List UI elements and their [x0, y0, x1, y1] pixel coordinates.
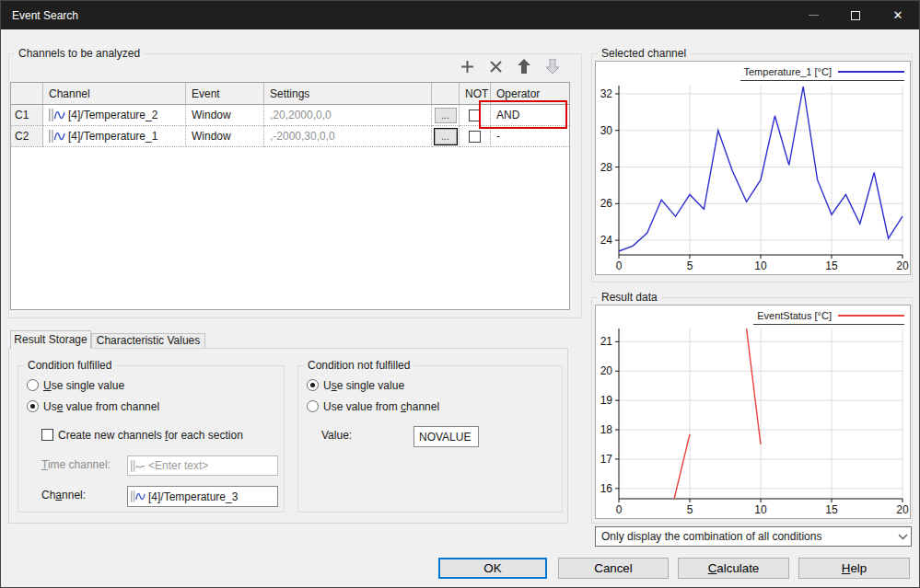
- result-data-group-label: Result data: [598, 291, 661, 304]
- svg-text:20: 20: [896, 503, 909, 516]
- condition-not-fulfilled-label: Condition not fulfilled: [304, 359, 413, 372]
- radio-label: Use value from channel: [43, 400, 159, 413]
- not-cell: [460, 105, 491, 126]
- channel-cell[interactable]: [4]/Temperature_2: [43, 105, 186, 126]
- radio-use-value-from-channel-not-fulfilled[interactable]: Use value from channel: [307, 399, 439, 413]
- svg-text:24: 24: [600, 234, 613, 247]
- legend-label: EventStatus [°C]: [757, 310, 832, 321]
- settings-cell[interactable]: ,-2000,30,0,0: [264, 126, 432, 147]
- channel-cell[interactable]: [4]/Temperature_1: [43, 126, 186, 147]
- remove-channel-button[interactable]: [487, 58, 504, 75]
- row-id-cell[interactable]: C2: [11, 126, 43, 147]
- radio-icon: [27, 379, 39, 391]
- add-channel-button[interactable]: [459, 58, 475, 75]
- cancel-button[interactable]: Cancel: [558, 558, 669, 579]
- value-field: [413, 426, 479, 447]
- radio-icon: [307, 379, 319, 391]
- window-controls: ✕: [792, 1, 919, 29]
- svg-text:32: 32: [600, 87, 613, 100]
- channel-name: [4]/Temperature_1: [68, 130, 157, 143]
- selected-channel-chart: Temperature_1 [°C] 242628303205101520: [595, 61, 911, 275]
- channel-wave-icon: [49, 130, 65, 143]
- x-icon: [490, 61, 502, 73]
- minimize-icon: [809, 15, 819, 16]
- time-channel-input[interactable]: [148, 459, 277, 472]
- svg-text:15: 15: [825, 503, 838, 516]
- svg-text:10: 10: [754, 259, 767, 272]
- tab-result-storage[interactable]: Result Storage: [10, 330, 91, 349]
- tab-characteristic-values[interactable]: Characteristic Values: [91, 333, 205, 348]
- table-header-row: Channel Event Settings NOT Operator: [11, 83, 569, 105]
- not-checkbox[interactable]: [469, 110, 481, 121]
- maximize-button[interactable]: [834, 1, 877, 29]
- radio-icon: [307, 400, 319, 412]
- chart-legend: Temperature_1 [°C]: [740, 65, 905, 81]
- browse-button[interactable]: ...: [435, 129, 457, 144]
- browse-button[interactable]: ...: [435, 108, 457, 123]
- not-checkbox[interactable]: [469, 131, 481, 143]
- radio-use-value-from-channel-fulfilled[interactable]: Use value from channel: [27, 399, 159, 413]
- radio-label: Use single value: [43, 379, 124, 392]
- move-up-button[interactable]: [516, 58, 532, 75]
- table-row: C2 [4]/Temperature_1 Window ,-2000,30,0,…: [11, 126, 569, 147]
- settings-cell[interactable]: ,20,2000,0,0: [264, 105, 432, 126]
- svg-text:21: 21: [600, 335, 613, 348]
- channels-group-label: Channels to be analyzed: [15, 47, 144, 60]
- svg-text:26: 26: [600, 197, 613, 210]
- display-mode-select[interactable]: Only display the combination of all cond…: [595, 526, 912, 547]
- radio-label: Use value from channel: [323, 400, 439, 413]
- channel-wave-icon: [131, 490, 146, 502]
- header-browse: [432, 83, 460, 105]
- display-mode-value: Only display the combination of all cond…: [601, 527, 894, 546]
- maximize-icon: [851, 11, 860, 20]
- header-settings: Settings: [264, 83, 432, 105]
- checkbox-create-new-channels[interactable]: Create new channels for each section: [41, 428, 243, 442]
- condition-fulfilled-label: Condition fulfilled: [24, 359, 115, 372]
- legend-line-swatch: [838, 315, 904, 317]
- channels-table: Channel Event Settings NOT Operator C1 […: [10, 82, 570, 310]
- chevron-down-icon: [894, 534, 911, 540]
- browse-cell: ...: [432, 126, 460, 147]
- checkbox-icon: [41, 429, 53, 441]
- time-channel-label: Time channel:: [41, 458, 111, 471]
- time-wave-icon: [131, 460, 146, 472]
- channel-input[interactable]: [148, 490, 277, 503]
- minimize-button: [792, 1, 834, 29]
- close-icon: ✕: [893, 9, 903, 21]
- event-search-dialog: Event Search ✕ Channels to be analyzed C…: [0, 0, 920, 588]
- event-cell[interactable]: Window: [186, 105, 264, 126]
- calculate-button[interactable]: Calculate: [678, 558, 789, 579]
- table-row: C1 [4]/Temperature_2 Window ,20,2000,0,0…: [11, 105, 569, 126]
- operator-cell[interactable]: AND: [491, 105, 569, 126]
- svg-text:5: 5: [687, 259, 693, 272]
- svg-text:15: 15: [825, 259, 838, 272]
- help-button[interactable]: Help: [798, 558, 910, 579]
- row-id-cell[interactable]: C1: [11, 105, 43, 126]
- svg-text:0: 0: [616, 259, 623, 272]
- plus-icon: [460, 60, 474, 74]
- radio-icon: [27, 400, 39, 412]
- browse-cell: ...: [432, 105, 460, 126]
- arrow-down-icon: [546, 59, 559, 74]
- event-cell[interactable]: Window: [186, 126, 264, 147]
- header-channel: Channel: [43, 83, 186, 105]
- value-input[interactable]: [419, 431, 478, 444]
- legend-line-swatch: [838, 71, 904, 73]
- header-event: Event: [186, 83, 264, 105]
- time-channel-field: [127, 455, 278, 476]
- ok-button[interactable]: OK: [438, 558, 547, 579]
- svg-text:20: 20: [896, 259, 909, 272]
- header-row-id: [11, 83, 43, 105]
- svg-text:16: 16: [600, 482, 613, 495]
- operator-cell[interactable]: -: [491, 126, 569, 147]
- channel-label: Channel:: [41, 489, 86, 502]
- channel-name: [4]/Temperature_2: [68, 109, 157, 121]
- title-bar: Event Search ✕: [1, 1, 919, 29]
- window-title: Event Search: [1, 9, 78, 22]
- radio-use-single-value-not-fulfilled[interactable]: Use single value: [307, 378, 404, 392]
- close-button[interactable]: ✕: [877, 1, 919, 29]
- svg-text:28: 28: [600, 161, 613, 174]
- radio-use-single-value-fulfilled[interactable]: Use single value: [27, 378, 124, 392]
- chart-legend: EventStatus [°C]: [753, 309, 904, 325]
- not-cell: [460, 126, 491, 147]
